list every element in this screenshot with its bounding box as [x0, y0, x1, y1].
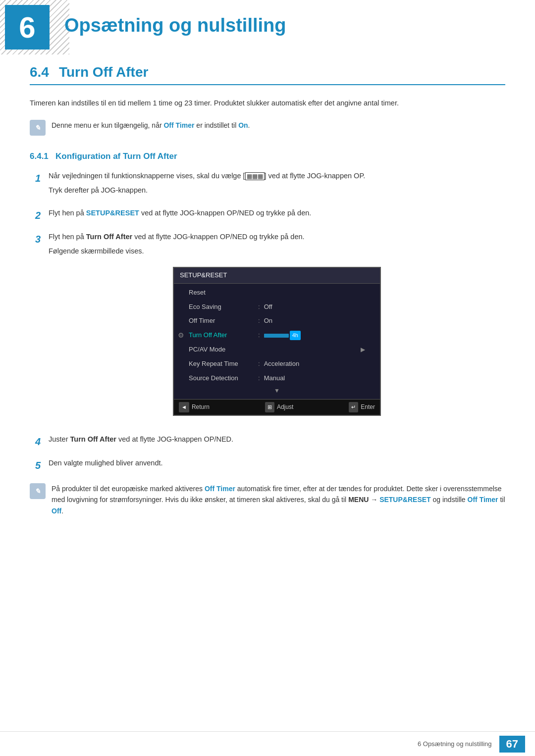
value-eco: Off [264, 302, 272, 312]
return-icon: ◄ [179, 402, 189, 413]
main-content: 6.4 Turn Off After Timeren kan indstille… [0, 64, 535, 567]
value-turnoffafter: 4h [264, 331, 301, 341]
chapter-title: Opsætning og nulstilling [64, 15, 286, 36]
screen-row-keyrepeat: Key Repeat Time : Acceleration [174, 357, 380, 371]
adjust-label: Adjust [277, 403, 293, 412]
step-number-5: 5 [30, 457, 41, 473]
screen-mockup: SETUP&RESET Reset Eco Saving : Off Off T… [173, 267, 381, 416]
section-number: 6.4 [30, 64, 49, 80]
subsection-title: Konfiguration af Turn Off After [55, 151, 177, 161]
step-5: 5 Den valgte mulighed bliver anvendt. [30, 457, 505, 473]
slider-bar: 4h [264, 331, 301, 341]
step-number-4: 4 [30, 434, 41, 450]
step-number-2: 2 [30, 207, 41, 223]
step-number-1: 1 [30, 170, 41, 186]
footer-text: 6 Opsætning og nulstilling [418, 740, 492, 748]
step-content-1: Når vejledningen til funktionsknapperne … [49, 170, 505, 199]
value-keyrepeat: Acceleration [264, 359, 300, 369]
label-offtimer: Off Timer [189, 316, 258, 326]
screen-row-eco: Eco Saving : Off [174, 300, 380, 314]
step-4: 4 Juster Turn Off After ved at flytte JO… [30, 434, 505, 450]
label-reset: Reset [189, 288, 258, 298]
value-offtimer: On [264, 316, 272, 326]
step-5-text: Den valgte mulighed bliver anvendt. [49, 457, 505, 469]
enter-label: Enter [361, 403, 375, 412]
screen-row-pcav: PC/AV Mode ▶ [174, 343, 380, 357]
footer-enter: ↵ Enter [349, 402, 375, 413]
enter-icon: ↵ [349, 402, 358, 413]
step-number-3: 3 [30, 231, 41, 247]
down-arrow: ▼ [174, 385, 380, 397]
footer-adjust: ⊞ Adjust [265, 402, 293, 413]
note2-off-timer: Off Timer [205, 485, 235, 493]
screen-row-sourcedet: Source Detection : Manual [174, 371, 380, 386]
slider-fill [264, 334, 289, 338]
screen-footer: ◄ Return ⊞ Adjust ↵ Enter [174, 399, 380, 415]
step-content-4: Juster Turn Off After ved at flytte JOG-… [49, 434, 505, 448]
step-2: 2 Flyt hen på SETUP&RESET ved at flytte … [30, 207, 505, 223]
section-heading: 6.4 Turn Off After [30, 64, 505, 85]
slider-badge: 4h [290, 331, 301, 341]
steps-list: 1 Når vejledningen til funktionsknappern… [30, 170, 505, 473]
chapter-number: 6 [19, 10, 35, 45]
step-3: 3 Flyt hen på Turn Off After ved at flyt… [30, 231, 505, 426]
return-label: Return [192, 403, 210, 412]
step3-turn-off-after: Turn Off After [86, 233, 132, 241]
step4-turn-off-after: Turn Off After [70, 435, 116, 443]
chapter-header: 6 Opsætning og nulstilling [0, 0, 535, 54]
note-box-2: ✎ På produkter til det europæiske marked… [30, 481, 505, 518]
screen-menu: Reset Eco Saving : Off Off Timer : On [174, 284, 380, 399]
note2-setup-reset: SETUP&RESET [379, 496, 430, 504]
step-content-5: Den valgte mulighed bliver anvendt. [49, 457, 505, 472]
arrow-right-pcav: ▶ [361, 345, 365, 354]
adjust-icon: ⊞ [265, 402, 274, 413]
step-1: 1 Når vejledningen til funktionsknappern… [30, 170, 505, 199]
note-text-2: På produkter til det europæiske marked a… [52, 483, 505, 516]
screen-row-turnoffafter: ⚙ Turn Off After : 4h [174, 328, 380, 343]
note-off-timer: Off Timer [163, 121, 194, 129]
step2-setup-reset: SETUP&RESET [86, 209, 139, 217]
footer-return: ◄ Return [179, 402, 210, 413]
step-content-2: Flyt hen på SETUP&RESET ved at flytte JO… [49, 207, 505, 222]
value-sourcedet: Manual [264, 373, 285, 384]
note-box-1: ✎ Denne menu er kun tilgængelig, når Off… [30, 118, 505, 138]
step-2-text: Flyt hen på SETUP&RESET ved at flytte JO… [49, 207, 505, 219]
screen-row-offtimer: Off Timer : On [174, 314, 380, 328]
step-3-subtext: Følgende skærmbillede vises. [49, 246, 505, 257]
subsection-heading: 6.4.1 Konfiguration af Turn Off After [30, 151, 505, 161]
chapter-number-box: 6 [5, 5, 50, 50]
label-eco: Eco Saving [189, 302, 258, 312]
gear-icon: ⚙ [178, 330, 184, 341]
footer-page-number: 67 [499, 736, 525, 753]
step-3-text: Flyt hen på Turn Off After ved at flytte… [49, 231, 505, 243]
note2-off: Off [52, 507, 61, 515]
note2-menu: MENU [348, 496, 369, 504]
subsection-number: 6.4.1 [30, 151, 49, 161]
step-content-3: Flyt hen på Turn Off After ved at flytte… [49, 231, 505, 426]
label-keyrepeat: Key Repeat Time [189, 359, 258, 369]
page-footer: 6 Opsætning og nulstilling 67 [0, 731, 535, 756]
label-pcav: PC/AV Mode [189, 345, 258, 355]
note-icon-1: ✎ [30, 120, 46, 136]
label-sourcedet: Source Detection [189, 373, 258, 384]
step-4-text: Juster Turn Off After ved at flytte JOG-… [49, 434, 505, 445]
step-1-text2: Tryk derefter på JOG-knappen. [49, 185, 505, 196]
note2-off-timer2: Off Timer [468, 496, 498, 504]
label-turnoffafter: Turn Off After [189, 330, 258, 341]
section-title: Turn Off After [59, 64, 148, 80]
intro-text: Timeren kan indstilles til en tid mellem… [30, 98, 505, 109]
note-on: On [238, 121, 248, 129]
step-1-text: Når vejledningen til funktionsknapperne … [49, 170, 505, 182]
note-icon-2: ✎ [30, 483, 46, 499]
screen-row-reset: Reset [174, 286, 380, 300]
screen-title-bar: SETUP&RESET [174, 268, 380, 284]
note-text-1: Denne menu er kun tilgængelig, når Off T… [52, 120, 250, 131]
